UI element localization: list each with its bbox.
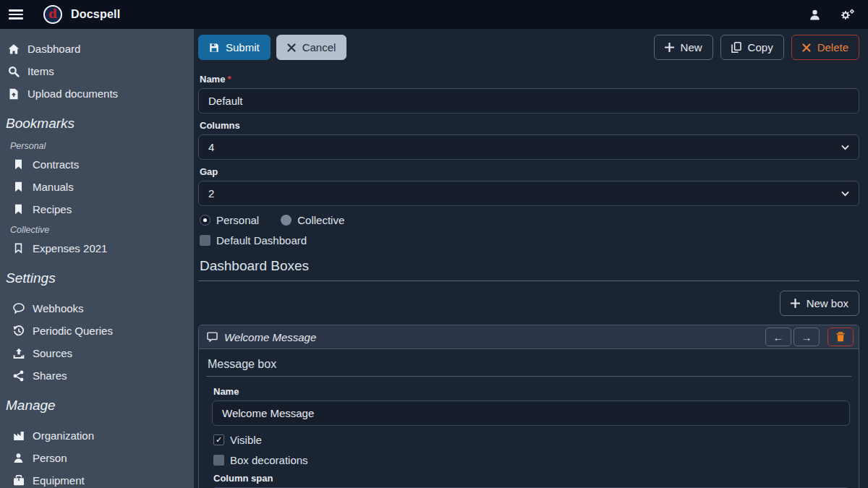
x-icon xyxy=(287,43,296,52)
copy-button[interactable]: Copy xyxy=(720,35,784,60)
sidebar-item-label: Upload documents xyxy=(27,87,118,100)
radio-collective[interactable] xyxy=(281,215,292,226)
copy-icon xyxy=(731,42,741,53)
sidebar-item-person[interactable]: Person xyxy=(0,447,194,469)
chevron-down-icon xyxy=(841,145,849,150)
sidebar-item-items[interactable]: Items xyxy=(0,60,194,82)
columns-select[interactable]: 4 xyxy=(198,134,859,160)
radio-personal-label: Personal xyxy=(216,214,259,226)
visible-label: Visible xyxy=(230,434,262,446)
sidebar-item-label: Recipes xyxy=(33,203,72,215)
box-name-input[interactable] xyxy=(212,401,850,426)
sidebar-section-manage: Manage xyxy=(0,387,194,419)
main-content: Submit Cancel New xyxy=(194,29,868,488)
newbox-row: New box xyxy=(198,281,859,325)
columns-label: Columns xyxy=(200,120,858,131)
gap-select[interactable]: 2 xyxy=(198,181,859,206)
x-icon xyxy=(802,43,811,52)
sidebar-item-label: Webhooks xyxy=(33,302,84,314)
move-right-button[interactable]: → xyxy=(793,328,820,346)
trash-icon xyxy=(836,332,845,342)
file-upload-icon xyxy=(7,88,20,100)
person-icon xyxy=(12,453,25,463)
topbar: d Docspell xyxy=(0,0,868,29)
new-box-button[interactable]: New box xyxy=(780,291,859,316)
sidebar-item-upload[interactable]: Upload documents xyxy=(0,82,194,105)
sidebar-item-shares[interactable]: Shares xyxy=(0,364,194,387)
sidebar-item-label: Sources xyxy=(33,347,72,359)
radio-personal[interactable] xyxy=(200,215,210,226)
delete-button[interactable]: Delete xyxy=(791,35,859,60)
sidebar-item-label: Shares xyxy=(33,369,67,382)
user-icon[interactable] xyxy=(809,9,821,21)
chevron-down-icon xyxy=(841,191,849,197)
gap-label: Gap xyxy=(200,166,858,177)
move-left-button[interactable]: ← xyxy=(765,328,791,346)
decorations-row: Box decorations xyxy=(213,454,848,466)
delete-box-button[interactable] xyxy=(827,328,854,346)
decorations-label: Box decorations xyxy=(230,454,308,466)
plus-icon xyxy=(791,299,800,308)
home-icon xyxy=(7,43,20,55)
gears-icon[interactable] xyxy=(840,9,855,21)
sidebar-item-expenses[interactable]: Expenses 2021 xyxy=(0,237,194,260)
message-icon xyxy=(207,332,218,342)
comment-icon xyxy=(12,303,25,314)
search-icon xyxy=(7,66,20,77)
box-type-label: Message box xyxy=(206,352,851,377)
box-body: Message box Name ✓ Visible Box decoratio… xyxy=(199,349,859,488)
bookmark-outline-icon xyxy=(12,243,25,254)
save-icon xyxy=(209,43,219,53)
box-title: Welcome Message xyxy=(224,331,316,343)
sidebar-item-label: Contracts xyxy=(33,158,79,171)
sidebar: Dasbhoard Items Upload documents Bookmar… xyxy=(0,29,194,488)
dashboard-box: Welcome Message ← → Message box Name xyxy=(198,325,859,488)
sidebar-item-label: Organization xyxy=(33,429,94,442)
sidebar-item-periodic-queries[interactable]: Periodic Queries xyxy=(0,320,194,342)
radio-collective-label: Collective xyxy=(297,214,344,226)
new-button[interactable]: New xyxy=(654,35,713,60)
visible-checkbox[interactable]: ✓ xyxy=(213,435,224,445)
default-dashboard-label: Default Dashboard xyxy=(216,234,307,247)
sidebar-section-bookmarks: Bookmarks xyxy=(0,105,194,137)
arrow-right-icon: → xyxy=(801,331,812,343)
arrow-left-icon: ← xyxy=(773,331,784,343)
sidebar-item-manuals[interactable]: Manuals xyxy=(0,176,194,198)
submit-button[interactable]: Submit xyxy=(198,35,271,60)
cancel-button[interactable]: Cancel xyxy=(276,35,347,60)
sidebar-item-label: Manuals xyxy=(33,181,74,193)
sidebar-item-recipes[interactable]: Recipes xyxy=(0,198,194,221)
sidebar-item-label: Person xyxy=(33,452,67,464)
default-dashboard-row: Default Dashboard xyxy=(200,234,858,247)
sidebar-item-label: Items xyxy=(27,65,54,77)
share-icon xyxy=(12,370,25,382)
bookmark-icon xyxy=(12,159,25,170)
action-row: Submit Cancel New xyxy=(198,33,859,67)
sidebar-item-equipment[interactable]: Equipment xyxy=(0,469,194,488)
sidebar-item-organization[interactable]: Organization xyxy=(0,424,194,447)
box-header: Welcome Message ← → xyxy=(199,325,859,349)
sidebar-item-webhooks[interactable]: Webhooks xyxy=(0,297,194,320)
decorations-checkbox[interactable] xyxy=(213,455,224,466)
colspan-label: Column span xyxy=(213,473,848,484)
bookmark-icon xyxy=(12,204,25,215)
dashboard-boxes-heading: Dashboard Boxes xyxy=(198,247,859,281)
sidebar-item-sources[interactable]: Sources xyxy=(0,342,194,364)
gap-select-value: 2 xyxy=(208,187,214,200)
sidebar-item-contracts[interactable]: Contracts xyxy=(0,153,194,176)
bookmarks-personal-label: Personal xyxy=(0,137,194,153)
sidebar-item-dashboard[interactable]: Dasbhoard xyxy=(0,38,194,60)
sidebar-item-label: Equipment xyxy=(33,474,85,487)
menu-icon[interactable] xyxy=(9,9,23,20)
sidebar-item-label: Expenses 2021 xyxy=(33,242,107,254)
default-dashboard-checkbox[interactable] xyxy=(200,235,210,246)
docspell-logo: d xyxy=(43,5,62,24)
sidebar-item-label: Periodic Queries xyxy=(33,325,113,337)
name-input[interactable] xyxy=(198,88,859,114)
columns-select-value: 4 xyxy=(208,141,214,153)
sidebar-item-label: Dasbhoard xyxy=(27,43,80,55)
organization-icon xyxy=(12,430,25,441)
scope-radio-row: Personal Collective xyxy=(200,214,858,226)
equipment-icon xyxy=(12,475,25,486)
upload-icon xyxy=(12,348,25,359)
